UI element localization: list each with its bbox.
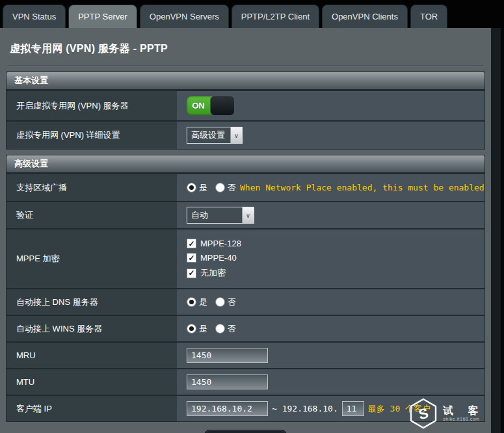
row-enable-vpn: 开启虚拟专用网 (VPN) 服务器 ON: [7, 90, 484, 120]
watermark: S 试 客 shike.it168.com: [409, 398, 484, 429]
broadcast-yes-radio[interactable]: [187, 183, 196, 192]
row-wins: 自动接上 WINS 服务器 是 否: [7, 315, 484, 341]
shike-hexagon-icon: S: [409, 398, 438, 429]
mtu-input[interactable]: [187, 374, 268, 389]
mppe-40-checkbox[interactable]: [187, 253, 196, 263]
tab-tor[interactable]: TOR: [410, 5, 447, 28]
divider: [8, 65, 483, 66]
advanced-settings-header: 高级设置: [7, 155, 484, 173]
vpn-detail-select-value: 高级设置: [187, 127, 230, 143]
tab-pptp-l2tp-client[interactable]: PPTP/L2TP Client: [232, 5, 319, 28]
mppe-none-label: 无加密: [200, 267, 226, 279]
mppe-40-label: MPPE-40: [200, 253, 237, 263]
svg-text:S: S: [418, 405, 431, 423]
tab-pptp-server[interactable]: PPTP Server: [68, 5, 137, 28]
watermark-text: 试 客: [443, 405, 484, 417]
advanced-settings-table: 高级设置 支持区域广播 是 否 When Network Place enabl…: [6, 155, 485, 422]
watermark-url: shike.it168.com: [443, 417, 484, 422]
basic-settings-table: 基本设置 开启虚拟专用网 (VPN) 服务器 ON 虚拟专用网 (VPN) 详细…: [6, 72, 485, 150]
broadcast-label: 支持区域广播: [7, 174, 177, 201]
chevron-down-icon[interactable]: ∨: [242, 207, 254, 223]
row-auth: 验证 自动 ∨: [7, 201, 484, 228]
client-ip-label: 客户端 IP: [7, 396, 177, 421]
mru-label: MRU: [7, 343, 177, 368]
tab-openvpn-servers[interactable]: OpenVPN Servers: [140, 5, 229, 28]
enable-vpn-label: 开启虚拟专用网 (VPN) 服务器: [7, 91, 177, 120]
client-ip-separator: ~ 192.168.10.: [272, 404, 338, 413]
tab-vpn-status[interactable]: VPN Status: [3, 5, 66, 28]
vpn-detail-select[interactable]: 高级设置 ∨: [187, 127, 243, 144]
toggle-on-label: ON: [187, 96, 210, 115]
row-broadcast: 支持区域广播 是 否 When Network Place enabled, t…: [7, 173, 484, 201]
broadcast-no-label: 否: [228, 182, 236, 194]
dns-no-label: 否: [228, 296, 236, 308]
mppe-option-none: 无加密: [187, 267, 226, 279]
chevron-down-icon[interactable]: ∨: [230, 127, 242, 143]
tab-bar: VPN Status PPTP Server OpenVPN Servers P…: [0, 0, 504, 28]
mppe-option-128: MPPE-128: [187, 239, 241, 248]
wins-label: 自动接上 WINS 服务器: [7, 316, 177, 341]
dns-yes-label: 是: [199, 296, 207, 308]
row-mppe: MPPE 加密 MPPE-128 MPPE-40 无加密: [7, 228, 484, 288]
mppe-option-40: MPPE-40: [187, 253, 237, 263]
basic-settings-header: 基本设置: [7, 72, 484, 90]
client-ip-end-input[interactable]: [342, 401, 364, 416]
vpn-enable-toggle[interactable]: ON: [187, 96, 233, 115]
broadcast-yes-label: 是: [199, 182, 207, 194]
window-edge: [491, 28, 504, 433]
mtu-label: MTU: [7, 369, 177, 395]
page-title: 虚拟专用网 (VPN) 服务器 - PPTP: [0, 28, 491, 56]
wins-yes-label: 是: [199, 323, 207, 335]
broadcast-warning-text: When Network Place enabled, this must be…: [240, 183, 484, 192]
mppe-label: MPPE 加密: [7, 230, 177, 288]
content-panel: 虚拟专用网 (VPN) 服务器 - PPTP 基本设置 开启虚拟专用网 (VPN…: [0, 28, 491, 433]
mppe-128-label: MPPE-128: [200, 239, 241, 248]
client-ip-start-input[interactable]: [187, 401, 268, 416]
row-vpn-detail: 虚拟专用网 (VPN) 详细设置 高级设置 ∨: [7, 120, 484, 149]
mppe-128-checkbox[interactable]: [187, 239, 196, 248]
mru-input[interactable]: [187, 348, 268, 363]
apply-button[interactable]: 应用本页面设置: [204, 430, 287, 433]
broadcast-no-radio[interactable]: [215, 183, 225, 192]
row-dns: 自动接上 DNS 服务器 是 否: [7, 288, 484, 315]
toggle-knob[interactable]: [210, 96, 235, 116]
row-mtu: MTU: [7, 368, 484, 395]
auth-label: 验证: [7, 202, 177, 228]
row-mru: MRU: [7, 341, 484, 368]
tab-openvpn-clients[interactable]: OpenVPN Clients: [322, 5, 408, 28]
auth-select-value: 自动: [187, 207, 242, 223]
wins-yes-radio[interactable]: [187, 324, 196, 334]
dns-no-radio[interactable]: [215, 297, 225, 307]
dns-label: 自动接上 DNS 服务器: [7, 289, 177, 315]
vpn-detail-label: 虚拟专用网 (VPN) 详细设置: [7, 122, 177, 149]
mppe-none-checkbox[interactable]: [187, 269, 196, 278]
wins-no-radio[interactable]: [215, 324, 225, 334]
wins-no-label: 否: [228, 323, 236, 335]
dns-yes-radio[interactable]: [187, 297, 196, 307]
auth-select[interactable]: 自动 ∨: [187, 207, 254, 224]
